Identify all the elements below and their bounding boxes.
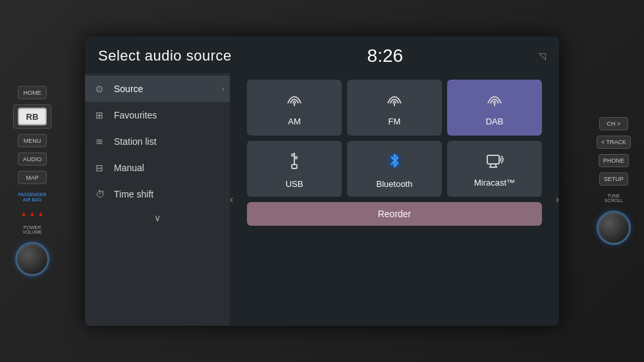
car-panel: HOME RB MENU AUDIO MAP PASSENGERAIR BAG …	[0, 0, 644, 362]
airbag-dot-1: ▲	[20, 209, 27, 217]
sidebar-item-source-label: Source	[114, 84, 143, 94]
sidebar-source-arrow: ›	[222, 84, 225, 93]
station-list-icon: ≋	[95, 136, 107, 147]
menu-button[interactable]: MENU	[18, 134, 47, 147]
source-icon: ⊙	[95, 84, 107, 94]
corner-arrow-icon: ◹	[539, 51, 546, 61]
sidebar-item-favourites-label: Favourites	[114, 110, 157, 120]
power-volume-label: POWERVOLUME	[22, 224, 42, 234]
screen-header: Select audio source 8:26 ◹	[85, 36, 559, 73]
sidebar-item-manual-label: Manual	[114, 163, 144, 173]
airbag-label: PASSENGERAIR BAG	[18, 192, 46, 203]
fm-tile[interactable]: FM	[347, 80, 442, 136]
map-button[interactable]: MAP	[18, 171, 47, 184]
left-controls: HOME RB MENU AUDIO MAP PASSENGERAIR BAG …	[13, 86, 51, 276]
bluetooth-icon	[387, 151, 402, 174]
sidebar-item-manual[interactable]: ⊟ Manual	[85, 155, 230, 181]
home-button[interactable]: HOME	[18, 86, 47, 99]
am-label: AM	[288, 116, 301, 126]
airbag-dot-3: ▲	[38, 209, 44, 217]
sidebar-item-timeshift-label: Time shift	[114, 189, 153, 199]
miracast-tile[interactable]: Miracast™	[447, 141, 542, 197]
sidebar-chevron-icon: ∨	[154, 213, 161, 223]
bluetooth-label: Bluetooth	[377, 179, 413, 189]
usb-label: USB	[286, 179, 304, 189]
sidebar-item-time-shift[interactable]: ⏱ Time shift	[85, 181, 230, 207]
sidebar-item-station-label: Station list	[114, 136, 157, 147]
audio-button[interactable]: AUDIO	[18, 153, 47, 166]
sidebar-more-button[interactable]: ∨	[85, 207, 230, 228]
usb-tile[interactable]: USB	[247, 141, 342, 197]
airbag-indicators: ▲ ▲ ▲	[20, 209, 44, 217]
sidebar-item-station-list[interactable]: ≋ Station list	[85, 128, 230, 155]
main-screen: Select audio source 8:26 ◹ ⊙ Source › ⊞ …	[85, 36, 559, 326]
time-shift-icon: ⏱	[95, 189, 107, 199]
reorder-label: Reorder	[378, 209, 412, 219]
manual-icon: ⊟	[95, 163, 107, 173]
dab-label: DAB	[486, 116, 504, 126]
ch-button[interactable]: CH >	[599, 117, 628, 130]
miracast-label: Miracast™	[474, 178, 515, 188]
screen-time: 8:26	[367, 45, 404, 66]
fm-icon	[385, 91, 404, 111]
screen-title: Select audio source	[98, 47, 232, 65]
phone-button[interactable]: PHONE	[599, 154, 629, 167]
reorder-button[interactable]: Reorder	[247, 202, 542, 226]
tune-scroll-label: TUNESCROLL	[604, 194, 623, 203]
fm-label: FM	[389, 116, 401, 126]
bluetooth-tile[interactable]: Bluetooth	[347, 141, 442, 197]
svg-rect-4	[292, 165, 297, 168]
am-tile[interactable]: AM	[247, 80, 342, 136]
svg-rect-10	[487, 155, 499, 164]
miracast-icon	[485, 153, 504, 172]
dab-tile[interactable]: DAB	[447, 80, 542, 136]
nav-arrow-right-icon[interactable]: ›	[556, 194, 559, 205]
power-volume-knob[interactable]	[15, 242, 49, 276]
track-button[interactable]: < TRACK	[597, 136, 631, 149]
content-area: ‹ › AM	[230, 73, 559, 326]
screen-body: ⊙ Source › ⊞ Favourites ≋ Station list ⊟…	[85, 73, 559, 326]
sidebar-item-source[interactable]: ⊙ Source ›	[85, 76, 230, 102]
sidebar-item-favourites[interactable]: ⊞ Favourites	[85, 102, 230, 128]
tune-scroll-knob[interactable]	[597, 211, 631, 245]
rb-button: RB	[13, 105, 51, 129]
nav-arrow-left-icon[interactable]: ‹	[230, 194, 233, 205]
audio-grid: AM FM	[238, 80, 551, 197]
dab-icon	[485, 91, 504, 111]
rb-label: RB	[18, 108, 47, 126]
airbag-dot-2: ▲	[29, 209, 36, 217]
right-controls: CH > < TRACK PHONE SETUP TUNESCROLL	[597, 117, 631, 245]
am-icon	[285, 91, 304, 111]
sidebar: ⊙ Source › ⊞ Favourites ≋ Station list ⊟…	[85, 73, 230, 326]
setup-button[interactable]: SETUP	[599, 172, 628, 186]
favourites-icon: ⊞	[95, 110, 107, 120]
usb-icon	[287, 151, 302, 174]
